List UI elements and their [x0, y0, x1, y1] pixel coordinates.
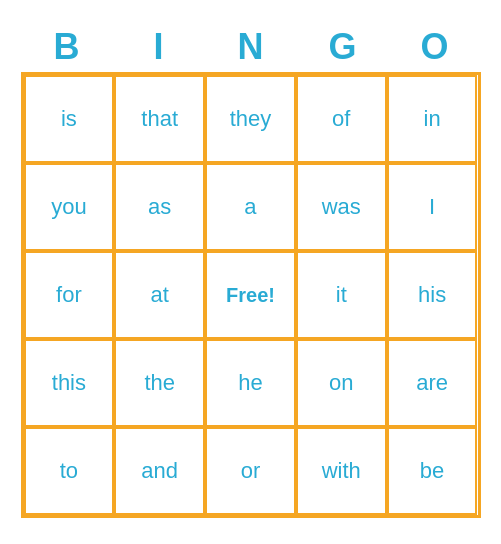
header-letter: B: [23, 26, 111, 68]
bingo-row: youasawasI: [24, 163, 478, 251]
bingo-cell[interactable]: they: [205, 75, 296, 163]
free-space[interactable]: Free!: [205, 251, 296, 339]
header-letter: G: [299, 26, 387, 68]
bingo-cell[interactable]: you: [24, 163, 115, 251]
bingo-cell[interactable]: his: [387, 251, 478, 339]
bingo-cell[interactable]: for: [24, 251, 115, 339]
bingo-card: BINGO isthattheyofinyouasawasIforatFree!…: [11, 16, 491, 528]
bingo-cell[interactable]: was: [296, 163, 387, 251]
bingo-cell[interactable]: the: [114, 339, 205, 427]
bingo-cell[interactable]: and: [114, 427, 205, 515]
bingo-cell[interactable]: be: [387, 427, 478, 515]
bingo-cell[interactable]: to: [24, 427, 115, 515]
bingo-cell[interactable]: with: [296, 427, 387, 515]
bingo-cell[interactable]: that: [114, 75, 205, 163]
header-letter: I: [115, 26, 203, 68]
bingo-row: foratFree!ithis: [24, 251, 478, 339]
bingo-cell[interactable]: of: [296, 75, 387, 163]
header-letter: O: [391, 26, 479, 68]
bingo-cell[interactable]: as: [114, 163, 205, 251]
bingo-row: isthattheyofin: [24, 75, 478, 163]
bingo-cell[interactable]: it: [296, 251, 387, 339]
bingo-cell[interactable]: this: [24, 339, 115, 427]
bingo-row: toandorwithbe: [24, 427, 478, 515]
bingo-header: BINGO: [21, 26, 481, 68]
bingo-cell[interactable]: he: [205, 339, 296, 427]
bingo-cell[interactable]: in: [387, 75, 478, 163]
bingo-cell[interactable]: are: [387, 339, 478, 427]
bingo-cell[interactable]: on: [296, 339, 387, 427]
bingo-cell[interactable]: is: [24, 75, 115, 163]
header-letter: N: [207, 26, 295, 68]
bingo-row: thistheheonare: [24, 339, 478, 427]
bingo-cell[interactable]: a: [205, 163, 296, 251]
bingo-cell[interactable]: at: [114, 251, 205, 339]
bingo-grid: isthattheyofinyouasawasIforatFree!ithist…: [21, 72, 481, 518]
bingo-cell[interactable]: I: [387, 163, 478, 251]
bingo-cell[interactable]: or: [205, 427, 296, 515]
